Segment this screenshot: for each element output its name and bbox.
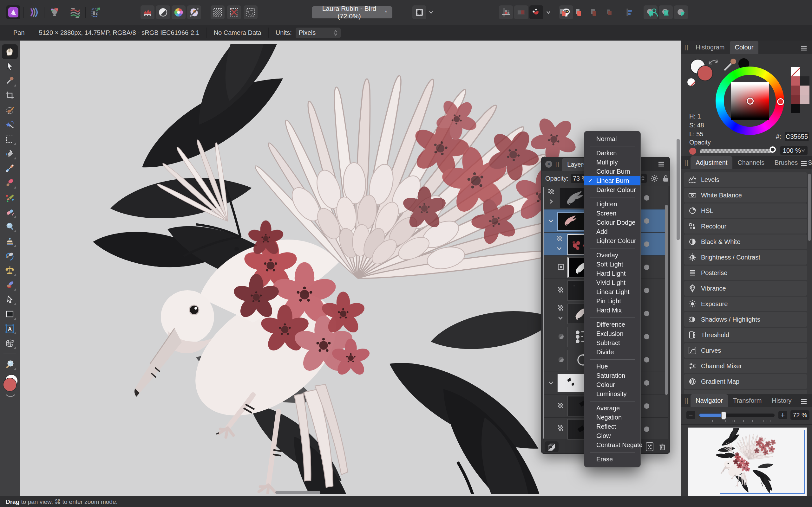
develop-persona-icon[interactable] xyxy=(27,5,41,19)
quick-mask-icon[interactable] xyxy=(412,5,426,19)
invert-selection-icon[interactable] xyxy=(244,5,258,19)
colour-picker-tool[interactable] xyxy=(2,73,18,88)
tab-channels[interactable]: Channels xyxy=(732,156,769,169)
move-backward-icon[interactable] xyxy=(587,5,600,19)
blend-add[interactable]: Add xyxy=(584,227,641,236)
tab-histogram[interactable]: Histogram xyxy=(691,41,729,54)
undo-brush-tool[interactable] xyxy=(2,248,18,263)
foreground-swatch[interactable] xyxy=(697,65,713,81)
panel-menu-icon[interactable] xyxy=(800,44,808,52)
colours-brush-icon[interactable] xyxy=(187,5,201,19)
blend-overlay[interactable]: Overlay xyxy=(584,250,641,260)
crop-tool[interactable] xyxy=(2,88,18,103)
blend-pin-light[interactable]: Pin Light xyxy=(584,297,641,306)
liquify-persona-icon[interactable] xyxy=(68,5,82,19)
blend-negation[interactable]: Negation xyxy=(584,413,641,422)
blend-glow[interactable]: Glow xyxy=(584,431,641,441)
export-persona-icon[interactable] xyxy=(89,5,103,19)
erase-tool[interactable] xyxy=(2,205,18,219)
account-icon[interactable] xyxy=(647,5,661,19)
alignment-icon[interactable] xyxy=(623,5,637,19)
dodge-tool[interactable] xyxy=(2,219,18,234)
adjustment-recolour[interactable]: Recolour xyxy=(684,219,807,233)
zoom-tool[interactable] xyxy=(2,357,18,372)
adjustment-shadows-highlights[interactable]: Shadows / Highlights xyxy=(684,312,807,327)
blend-colour-burn[interactable]: Colour Burn xyxy=(584,167,641,176)
layer-visibility-dot[interactable] xyxy=(644,195,649,201)
tone-mapping-persona-icon[interactable] xyxy=(48,5,61,19)
panel-grip[interactable]: || xyxy=(684,397,689,404)
gradient-tool[interactable] xyxy=(2,161,18,176)
deselect-icon[interactable] xyxy=(227,5,241,19)
node-tool[interactable] xyxy=(2,292,18,307)
histogram-icon[interactable] xyxy=(141,5,154,19)
tab-history[interactable]: History xyxy=(767,394,797,407)
zoom-in-button[interactable]: + xyxy=(778,411,787,419)
guides-icon[interactable] xyxy=(499,5,513,19)
adjustment-exposure[interactable]: Exposure xyxy=(684,297,807,311)
layer-visibility-dot[interactable] xyxy=(644,265,649,270)
flood-select-tool[interactable] xyxy=(2,117,18,132)
delete-layer-button[interactable] xyxy=(658,442,666,451)
zoom-slider[interactable] xyxy=(699,413,774,417)
collapse-chevron-icon[interactable] xyxy=(558,315,563,320)
text-tool[interactable]: A xyxy=(2,321,18,336)
panel-grip[interactable]: || xyxy=(684,159,689,166)
layer-visibility-dot[interactable] xyxy=(644,403,649,409)
opacity-slider[interactable] xyxy=(700,149,773,153)
blend-multiply[interactable]: Multiply xyxy=(584,158,641,167)
blend-saturation[interactable]: Saturation xyxy=(584,371,641,380)
colour-replacement-brush-tool[interactable] xyxy=(2,190,18,205)
adjustment-partial[interactable] xyxy=(684,390,807,394)
layer-visibility-dot[interactable] xyxy=(644,380,649,386)
rectangle-tool[interactable] xyxy=(2,307,18,321)
pattern-layer-button[interactable] xyxy=(646,442,654,452)
tab-colour[interactable]: Colour xyxy=(730,41,759,54)
duotone-icon[interactable] xyxy=(156,5,170,19)
blend-lighten[interactable]: Lighten xyxy=(584,200,641,209)
blend-divide[interactable]: Divide xyxy=(584,348,641,357)
marquee-tool[interactable] xyxy=(2,132,18,147)
blend-colour-dodge[interactable]: Colour Dodge xyxy=(584,218,641,227)
panel-menu-icon[interactable] xyxy=(800,160,808,167)
pan-tool[interactable] xyxy=(2,44,18,59)
adjustment-threshold[interactable]: Threshold xyxy=(684,328,807,342)
blend-erase[interactable]: Erase xyxy=(584,455,641,464)
tab-transform[interactable]: Transform xyxy=(728,394,767,407)
layer-visibility-dot[interactable] xyxy=(644,218,649,224)
swap-colours-icon[interactable] xyxy=(708,57,719,66)
paint-brush-tool[interactable] xyxy=(2,176,18,190)
units-select[interactable]: Pixels xyxy=(296,27,341,38)
blend-hue[interactable]: Hue xyxy=(584,362,641,371)
close-panel-button[interactable]: × xyxy=(545,161,552,168)
layer-visibility-dot[interactable] xyxy=(644,357,649,362)
layer-visibility-dot[interactable] xyxy=(644,427,649,432)
inpainting-tool[interactable] xyxy=(2,278,18,292)
blend-contrast-negate[interactable]: Contrast Negate xyxy=(584,441,641,450)
zoom-value-field[interactable]: 72 % xyxy=(791,410,809,420)
mesh-warp-tool[interactable] xyxy=(2,336,18,350)
move-to-front-icon[interactable] xyxy=(556,5,570,19)
move-forward-icon[interactable] xyxy=(571,5,585,19)
recent-swatches[interactable] xyxy=(791,67,809,113)
canvas-hscrollbar[interactable] xyxy=(275,491,320,494)
blend-reflect[interactable]: Reflect xyxy=(584,422,641,431)
flood-fill-tool[interactable] xyxy=(2,147,18,161)
select-all-icon[interactable] xyxy=(211,5,224,19)
insert-on-top-icon[interactable] xyxy=(674,5,688,19)
adjustment-white-balance[interactable]: White Balance xyxy=(684,188,807,203)
adjustment-levels[interactable]: Levels xyxy=(684,172,807,187)
adjustment-vibrance[interactable]: Vibrance xyxy=(684,281,807,296)
layer-visibility-dot[interactable] xyxy=(644,311,649,316)
blend-lighter-colour[interactable]: Lighter Colour xyxy=(584,236,641,245)
blend-screen[interactable]: Screen xyxy=(584,209,641,218)
blend-hard-mix[interactable]: Hard Mix xyxy=(584,306,641,315)
blend-vivid-light[interactable]: Vivid Light xyxy=(584,278,641,287)
selection-brush-tool[interactable] xyxy=(2,103,18,117)
blend-linear-burn[interactable]: ✓Linear Burn xyxy=(584,176,641,185)
quick-mask-chevron[interactable] xyxy=(427,5,435,19)
snapping-options-chevron[interactable] xyxy=(545,5,552,19)
adjustment-posterise[interactable]: Posterise xyxy=(684,266,807,280)
collapse-chevron-icon[interactable] xyxy=(557,246,562,251)
tab-adjustment[interactable]: Adjustment xyxy=(691,156,732,169)
